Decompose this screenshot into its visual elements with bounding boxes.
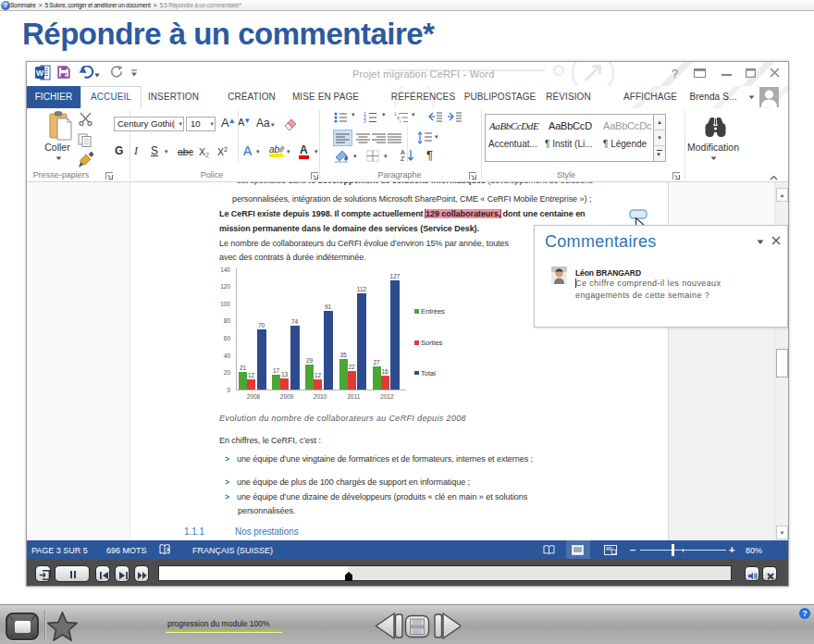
svg-text:3: 3	[364, 118, 366, 123]
svg-text:i: i	[400, 118, 401, 123]
svg-text:W: W	[36, 68, 44, 78]
